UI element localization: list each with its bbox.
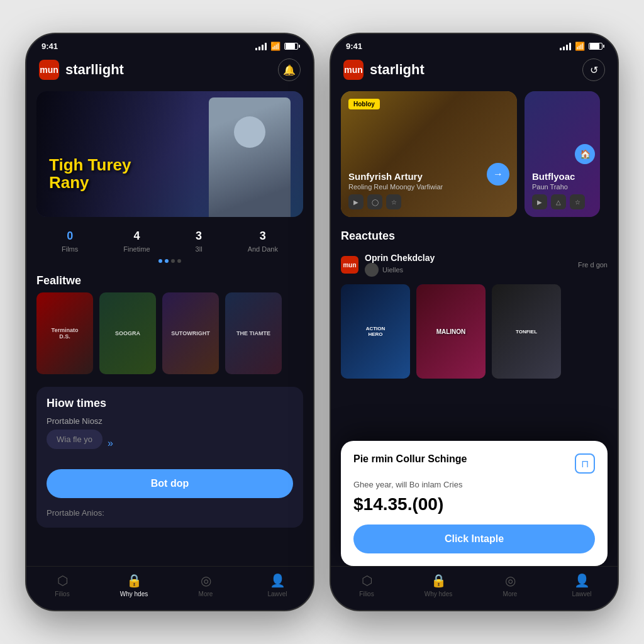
signal-icon-right: [560, 43, 571, 50]
slide-side-icons: ▶ △ ☆: [532, 194, 592, 209]
reactute-card-3[interactable]: TONFIEL: [492, 284, 561, 379]
left-phone-content[interactable]: Tigh Turey Rany 0 Films: [26, 86, 313, 566]
right-films-icon: ⬡: [362, 573, 372, 588]
hero-title-line1: Tigh Turey: [49, 156, 131, 174]
right-phone: 9:41 📶 mun: [330, 33, 619, 611]
slide-side-icon-1: ▶: [532, 194, 547, 209]
sheet-icon: ⊓: [575, 453, 595, 474]
movie-card-1[interactable]: TerminatoD.S.: [36, 292, 93, 374]
battery-icon: [284, 43, 298, 50]
person-silhouette: [209, 97, 291, 217]
channel-name: Oprin Chekdclay: [365, 253, 572, 263]
showtime-section: Hiow times Prortable Niosz Wia fle yo » …: [36, 387, 303, 528]
nav-label-more: More: [199, 591, 213, 597]
slide-side-button[interactable]: 🏠: [575, 144, 595, 164]
slideshow-row[interactable]: Hobloy → Sunfyrish Artury Reoling Reul M…: [331, 86, 618, 222]
movie-card-3[interactable]: SUTOWRIGHT: [162, 292, 219, 374]
slide-icon-2: ◯: [367, 194, 382, 209]
movie-poster-2: SOOGRA: [99, 292, 156, 374]
slide-main-subtitle: Reoling Reul Moongy Varfiwiar: [348, 183, 509, 191]
slide-main-info: Sunfyrish Artury Reoling Reul Moongy Var…: [348, 171, 509, 209]
stat-finetime[interactable]: 4 Finetime: [123, 230, 150, 253]
reactutes-title: Reactutes: [341, 230, 608, 243]
showtime-title: Hiow times: [47, 397, 293, 410]
right-more-icon: ◎: [505, 573, 516, 588]
slide-side[interactable]: 🏠 Butflyoac Paun Traho ▶ △ ☆: [525, 91, 600, 217]
slide-main-title: Sunfyrish Artury: [348, 171, 509, 182]
refresh-icon[interactable]: ↺: [582, 58, 605, 81]
time-left: 9:41: [42, 42, 58, 51]
slide-side-icon-2: △: [551, 194, 566, 209]
whyhides-icon: 🔒: [126, 573, 142, 588]
app-logo-right: mun: [343, 60, 364, 80]
stat-films[interactable]: 0 Films: [62, 230, 78, 253]
movie-card-2[interactable]: SOOGRA: [99, 292, 156, 374]
reactutes-header: Reactutes: [331, 222, 618, 248]
nav-label-whyhides: Why hdes: [120, 591, 148, 597]
slide-main[interactable]: Hobloy → Sunfyrish Artury Reoling Reul M…: [341, 91, 517, 217]
movie-poster-3: SUTOWRIGHT: [162, 292, 219, 374]
sheet-cta-button[interactable]: Click Intaple: [353, 525, 595, 553]
nav-films[interactable]: ⬡ Filios: [26, 573, 98, 597]
signal-icon: [255, 43, 267, 50]
stat-number-anddank: 3: [260, 230, 266, 243]
stats-row: 0 Films 4 Finetime 3 3ll 3 And Dank: [26, 222, 313, 255]
right-lawvel-icon: 👤: [574, 573, 590, 588]
channel-avatar: [365, 263, 379, 277]
app-name-right: starlight: [370, 62, 582, 78]
stat-3ll[interactable]: 3 3ll: [196, 230, 203, 253]
stat-number-films: 0: [67, 230, 73, 243]
channel-logo: mun: [341, 256, 358, 274]
sheet-price: $14.35.(00): [353, 494, 595, 514]
status-bar-left: 9:41 📶: [26, 34, 313, 53]
reactutes-movies-row[interactable]: ACTIONHERO MALINON TONFIEL: [331, 282, 618, 386]
showtime-pill-text: Wia fle yo: [57, 435, 92, 444]
featured-title: Fealitwe: [26, 267, 313, 292]
app-header-right: mun starlight ↺: [331, 53, 618, 86]
featured-movies-row[interactable]: TerminatoD.S. SOOGRA SUTOWRIGHT THE TIAM…: [26, 292, 313, 382]
nav-right-label-films: Filios: [359, 591, 374, 597]
wifi-icon-right: 📶: [575, 42, 585, 51]
showtime-pill[interactable]: Wia fle yo: [47, 430, 103, 449]
wifi-icon: 📶: [270, 42, 280, 51]
stat-anddank[interactable]: 3 And Dank: [248, 230, 278, 253]
book-button[interactable]: Bot dop: [47, 469, 293, 498]
nav-why-hides[interactable]: 🔒 Why hdes: [98, 573, 170, 597]
dot-2: [165, 259, 169, 263]
slide-side-subtitle: Paun Traho: [532, 183, 592, 191]
status-icons-left: 📶: [255, 42, 298, 51]
nav-right-label-more: More: [503, 591, 518, 597]
nav-lawvel[interactable]: 👤 Lawvel: [242, 573, 313, 597]
showtime-arrows-icon[interactable]: »: [108, 438, 113, 449]
slide-side-title: Butflyoac: [532, 171, 592, 182]
dot-3: [171, 259, 175, 263]
nav-right-films[interactable]: ⬡ Filios: [331, 573, 402, 597]
slide-tag: Hobloy: [348, 99, 380, 109]
app-header-left: mun starllight 🔔: [26, 53, 313, 86]
nav-more[interactable]: ◎ More: [170, 573, 242, 597]
page-dots: [26, 255, 313, 267]
slide-side-icon-3: ☆: [570, 194, 585, 209]
reactute-card-1[interactable]: ACTIONHERO: [341, 284, 410, 379]
slide-main-icons: ▶ ◯ ☆: [348, 194, 509, 209]
time-right: 9:41: [346, 42, 362, 51]
films-icon: ⬡: [57, 573, 68, 588]
nav-label-films: Filios: [55, 591, 69, 597]
lawvel-icon: 👤: [270, 573, 286, 588]
slide-icon-3: ☆: [386, 194, 401, 209]
nav-right-lawvel[interactable]: 👤 Lawvel: [546, 573, 618, 597]
slide-icon-1: ▶: [348, 194, 364, 209]
hero-title-line2: Rany: [49, 174, 131, 192]
nav-right-label-whyhides: Why hdes: [425, 591, 452, 597]
stat-label-films: Films: [62, 245, 78, 253]
app-logo-left: mun: [39, 60, 59, 80]
nav-right-whyhides[interactable]: 🔒 Why hdes: [402, 573, 474, 597]
channel-row[interactable]: mun Oprin Chekdclay Uielles Fre d gon: [331, 248, 618, 282]
hero-banner[interactable]: Tigh Turey Rany: [36, 91, 303, 217]
reactute-card-2[interactable]: MALINON: [416, 284, 486, 379]
nav-right-more[interactable]: ◎ More: [474, 573, 546, 597]
movie-poster-1: TerminatoD.S.: [36, 292, 93, 374]
movie-card-4[interactable]: THE TIAMTE: [225, 292, 282, 374]
slide-side-info: Butflyoac Paun Traho ▶ △ ☆: [532, 171, 592, 209]
notification-bell-icon[interactable]: 🔔: [278, 58, 301, 81]
